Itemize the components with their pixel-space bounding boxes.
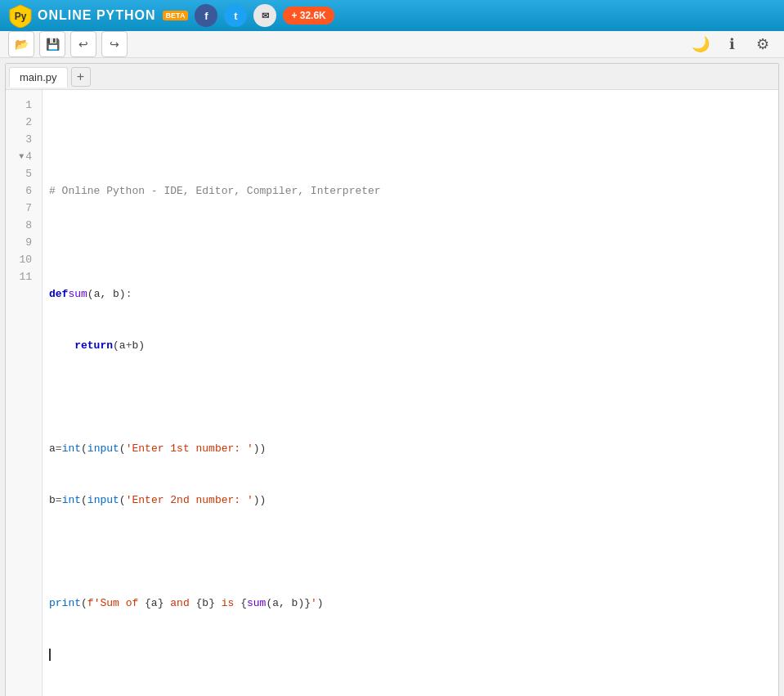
- line-num-1: 1: [9, 97, 38, 114]
- toolbar-right: 🌙 ℹ ⚙: [688, 31, 776, 57]
- save-file-button[interactable]: 💾: [39, 31, 65, 57]
- code-line-4: def sum(a, b):: [49, 285, 772, 303]
- toolbar: 📂 💾 ↩ ↪ 🌙 ℹ ⚙: [0, 31, 784, 58]
- tab-main-py[interactable]: main.py: [9, 67, 68, 88]
- header-bar: Py ONLINE PYTHON BETA f t ✉ + 32.6K: [0, 0, 784, 31]
- logo-container: Py ONLINE PYTHON BETA: [8, 3, 188, 28]
- share-icon-button[interactable]: ✉: [253, 4, 276, 27]
- dark-mode-button[interactable]: 🌙: [688, 31, 714, 57]
- code-line-6: [49, 388, 772, 406]
- line-num-4: ▼4: [9, 148, 38, 165]
- code-line-10: print(f'Sum of {a} and {b} is {sum(a, b)…: [49, 595, 772, 612]
- line-numbers: 1 2 3 ▼4 5 6 7 8 9 10 11: [6, 90, 43, 696]
- code-line-8: b = int(input('Enter 2nd number: ')): [49, 492, 772, 509]
- logo-icon: Py: [8, 3, 33, 28]
- twitter-button[interactable]: t: [224, 4, 247, 27]
- line-num-5: 5: [9, 165, 38, 182]
- tabs-bar: main.py +: [6, 64, 778, 90]
- star-count-button[interactable]: + 32.6K: [283, 7, 334, 25]
- tab-label: main.py: [20, 71, 57, 83]
- undo-button[interactable]: ↩: [70, 31, 96, 57]
- beta-badge: BETA: [163, 11, 189, 20]
- redo-button[interactable]: ↪: [101, 31, 128, 57]
- settings-button[interactable]: ⚙: [750, 31, 776, 57]
- code-line-5: return (a + b): [49, 337, 772, 354]
- add-tab-button[interactable]: +: [71, 67, 91, 87]
- code-line-2: # Online Python - IDE, Editor, Compiler,…: [49, 182, 772, 200]
- code-line-11: [49, 646, 772, 663]
- code-line-7: a = int(input('Enter 1st number: ')): [49, 440, 772, 457]
- line-num-2: 2: [9, 114, 38, 131]
- line-num-7: 7: [9, 200, 38, 217]
- code-content[interactable]: # Online Python - IDE, Editor, Compiler,…: [43, 90, 778, 696]
- code-line-3: [49, 234, 772, 251]
- code-line-1: [49, 131, 772, 148]
- editor-wrapper: main.py + 1 2 3 ▼4 5 6 7 8 9 10 11 # Onl…: [5, 63, 779, 696]
- line-num-6: 6: [9, 182, 38, 200]
- line-num-8: 8: [9, 217, 38, 234]
- line-num-10: 10: [9, 251, 38, 268]
- text-cursor: [49, 649, 51, 661]
- app-title: ONLINE PYTHON: [38, 8, 156, 23]
- code-line-9: [49, 543, 772, 560]
- open-file-button[interactable]: 📂: [8, 31, 34, 57]
- fold-arrow-4[interactable]: ▼: [19, 148, 24, 165]
- info-button[interactable]: ℹ: [719, 31, 745, 57]
- facebook-button[interactable]: f: [195, 4, 217, 27]
- line-num-9: 9: [9, 234, 38, 251]
- svg-text:Py: Py: [15, 11, 27, 22]
- line-num-11: 11: [9, 268, 38, 285]
- code-editor[interactable]: 1 2 3 ▼4 5 6 7 8 9 10 11 # Online Python…: [6, 90, 778, 696]
- main-layout: 📂 💾 ↩ ↪ 🌙 ℹ ⚙ main.py + 1 2 3 ▼4 5: [0, 31, 784, 696]
- line-num-3: 3: [9, 131, 38, 148]
